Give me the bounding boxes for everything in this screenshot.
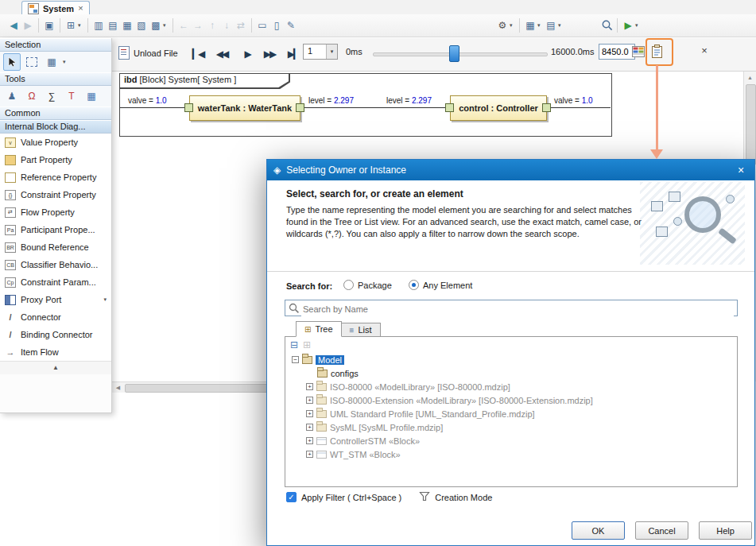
text-tool-icon[interactable]: T: [63, 87, 80, 105]
search-box[interactable]: [285, 300, 738, 316]
connector-line[interactable]: [551, 107, 611, 108]
palette-item-value-property[interactable]: v Value Property: [0, 134, 111, 151]
distribute-icon[interactable]: ▧: [134, 18, 149, 33]
chevron-down-icon[interactable]: ▾: [103, 296, 107, 303]
tab-close-icon[interactable]: ×: [78, 4, 83, 13]
scroll-left-icon[interactable]: ◀: [112, 382, 124, 393]
palette-item-constraint-property[interactable]: {} Constraint Property: [0, 186, 111, 203]
expand-expander-icon[interactable]: +: [306, 451, 313, 458]
expand-expander-icon[interactable]: +: [306, 383, 313, 390]
port-watertank-right[interactable]: [296, 103, 304, 112]
search-icon[interactable]: [601, 19, 614, 32]
swap-orientation-icon[interactable]: ⇄: [234, 18, 248, 33]
port-controller-right[interactable]: [542, 103, 551, 112]
tree-item-controllerstm[interactable]: + ControllerSTM «Block»: [285, 434, 737, 447]
unload-file-button[interactable]: Unload File: [118, 46, 178, 60]
skip-to-start-icon[interactable]: ▎◀: [188, 48, 207, 60]
help-button[interactable]: Help: [699, 521, 752, 540]
trigger-count-combo[interactable]: 1 ▾: [303, 44, 338, 60]
run-simulation-icon[interactable]: ▶: [621, 18, 635, 33]
layout-options-icon[interactable]: ▩: [149, 18, 163, 33]
time-slider[interactable]: [373, 45, 546, 61]
palette-item-connector[interactable]: / Connector: [0, 308, 111, 326]
note-icon[interactable]: ▭: [255, 18, 269, 33]
nudge-down-icon[interactable]: ↓: [219, 18, 234, 33]
align-columns-icon[interactable]: ▥: [91, 18, 106, 33]
cancel-button[interactable]: Cancel: [635, 521, 688, 540]
tab-list[interactable]: ≡ List: [342, 323, 381, 337]
port-controller-left[interactable]: [445, 103, 454, 112]
close-simulation-icon[interactable]: ×: [698, 45, 711, 56]
slider-track[interactable]: [373, 52, 548, 56]
apply-filter-checkbox[interactable]: ✓: [286, 492, 297, 502]
search-input[interactable]: [301, 301, 734, 316]
table-view-icon[interactable]: ▦: [523, 18, 537, 33]
expand-expander-icon[interactable]: +: [306, 410, 313, 417]
dialog-title-bar[interactable]: ◈ Selecting Owner or Instance: [267, 160, 754, 180]
magnet-tool-icon[interactable]: Ω: [23, 87, 41, 105]
palette-scroll-up-button[interactable]: ▲: [0, 361, 111, 374]
filter-funnel-icon[interactable]: [419, 491, 430, 503]
skip-to-end-icon[interactable]: ▶▎: [284, 48, 303, 60]
palette-section-selection[interactable]: Selection: [0, 38, 111, 52]
nudge-up-icon[interactable]: ↑: [205, 18, 219, 33]
chevron-down-icon[interactable]: ▾: [63, 59, 69, 65]
palette-section-tools[interactable]: Tools: [0, 72, 111, 86]
chevron-down-icon[interactable]: ▾: [163, 22, 169, 29]
export-table-icon[interactable]: [632, 46, 645, 59]
palette-section-common[interactable]: Common: [0, 106, 111, 120]
chevron-down-icon[interactable]: ▾: [326, 45, 337, 59]
palette-item-participant-property[interactable]: Pa Participant Prope...: [0, 221, 111, 238]
radio-any-element[interactable]: Any Element: [409, 280, 472, 290]
palette-item-constraint-parameter[interactable]: Cp Constraint Param...: [0, 273, 111, 291]
pointer-tool-icon[interactable]: [3, 53, 21, 71]
expand-expander-icon[interactable]: +: [306, 424, 313, 431]
palette-item-proxy-port[interactable]: Proxy Port ▾: [0, 291, 111, 308]
connector-line[interactable]: [120, 107, 184, 108]
nudge-right-icon[interactable]: →: [191, 18, 205, 33]
align-rows-icon[interactable]: ▤: [106, 18, 120, 33]
list-view-icon[interactable]: ▤: [544, 18, 558, 33]
play-icon[interactable]: ▶: [238, 48, 257, 60]
palette-section-internal-block[interactable]: Internal Block Diag...: [0, 120, 111, 134]
connector-line[interactable]: [304, 107, 445, 108]
chevron-down-icon[interactable]: ▾: [537, 22, 544, 29]
collapse-all-icon[interactable]: ⊟: [290, 339, 298, 350]
port-watertank-left[interactable]: [184, 103, 193, 112]
marquee-select-icon[interactable]: [23, 53, 41, 71]
palette-item-binding-connector[interactable]: / Binding Connector: [0, 326, 111, 343]
nudge-left-icon[interactable]: ←: [176, 18, 191, 33]
fast-forward-icon[interactable]: ▶▶: [260, 48, 279, 60]
tree-item-configs[interactable]: configs: [285, 366, 737, 380]
part-watertank[interactable]: waterTank : WaterTank: [189, 95, 300, 121]
chevron-down-icon[interactable]: ▾: [558, 22, 564, 29]
tree-item-model[interactable]: − Model: [285, 353, 737, 366]
palette-item-classifier-behavior[interactable]: CB Classifier Behavio...: [0, 256, 111, 273]
radio-circle-selected-icon[interactable]: [409, 280, 419, 290]
radio-package[interactable]: Package: [343, 280, 392, 290]
radio-circle-icon[interactable]: [343, 280, 354, 290]
show-grid-icon[interactable]: ▦: [120, 18, 134, 33]
tree-item-iso80000-extension[interactable]: + ISO-80000-Extension «ModelLibrary» [IS…: [285, 393, 737, 407]
nav-back-icon[interactable]: ◀: [6, 18, 21, 33]
group-select-icon[interactable]: ▦: [43, 53, 60, 71]
ok-button[interactable]: OK: [572, 521, 625, 540]
note-tool-icon[interactable]: ♟: [3, 87, 21, 105]
palette-item-part-property[interactable]: Part Property: [0, 151, 111, 168]
diagram-frame-header[interactable]: ibd [Block] System[ System ]: [120, 74, 290, 89]
structure-tool-icon[interactable]: ▦: [83, 87, 100, 105]
tree-item-uml-standard-profile[interactable]: + UML Standard Profile [UML_Standard_Pro…: [285, 407, 737, 420]
chevron-down-icon[interactable]: ▾: [635, 22, 642, 29]
tree-item-sysml[interactable]: + SysML [SysML Profile.mdzip]: [285, 420, 737, 434]
step-back-icon[interactable]: ◀◀: [212, 48, 231, 60]
chevron-down-icon[interactable]: ▾: [510, 22, 516, 29]
palette-item-reference-property[interactable]: Reference Property: [0, 168, 111, 186]
layout-tree-icon[interactable]: ⊞: [64, 18, 78, 33]
palette-item-item-flow[interactable]: → Item Flow: [0, 343, 111, 361]
palette-item-bound-reference[interactable]: BR Bound Reference: [0, 238, 111, 256]
gear-icon[interactable]: ⚙: [495, 18, 510, 33]
chevron-down-icon[interactable]: ▾: [78, 22, 84, 29]
sum-tool-icon[interactable]: ∑: [43, 87, 60, 105]
tab-tree[interactable]: ⊞ Tree: [296, 321, 342, 337]
tree-item-wtstm[interactable]: + WT_STM «Block»: [285, 447, 737, 461]
